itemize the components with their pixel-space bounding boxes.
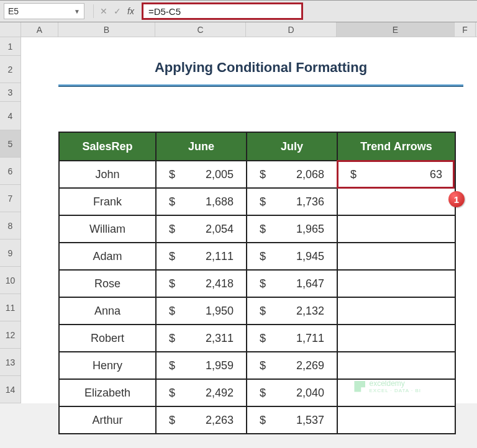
formula-bar-buttons: ✕ ✓ fx — [88, 4, 139, 18]
row-header-1[interactable]: 1 — [0, 37, 21, 56]
cell-salesrep[interactable]: Arthur — [59, 406, 156, 434]
watermark: exceldemy EXCEL · DATA · BI — [354, 379, 421, 393]
cell-value: 2,040 — [296, 387, 324, 400]
column-headers: A B C D E F 2 — [0, 22, 477, 37]
cell-trend[interactable] — [337, 352, 455, 379]
cell-value: 1,688 — [206, 195, 234, 208]
cell-july[interactable]: $1,736 — [247, 188, 337, 215]
row-header-11[interactable]: 11 — [0, 294, 21, 321]
cell-salesrep[interactable]: Frank — [59, 188, 156, 215]
formula-input[interactable]: =D5-C5 — [142, 2, 303, 20]
row-header-6[interactable]: 6 — [0, 158, 21, 185]
cell-value: 2,054 — [206, 223, 234, 236]
cell-salesrep[interactable]: Elizabeth — [59, 379, 156, 406]
watermark-name: exceldemy — [369, 379, 404, 388]
cell-trend[interactable] — [337, 270, 455, 297]
col-header-E[interactable]: E — [337, 22, 455, 37]
cell-value: 1,736 — [296, 195, 324, 208]
row-header-4[interactable]: 4 — [0, 102, 21, 130]
cell-june[interactable]: $2,054 — [156, 215, 247, 243]
cell-june[interactable]: $1,959 — [156, 352, 247, 379]
cell-july[interactable]: $1,711 — [247, 325, 337, 352]
cell-july[interactable]: $1,537 — [247, 406, 337, 434]
currency-symbol: $ — [260, 195, 266, 208]
cell-july[interactable]: $2,040 — [247, 379, 337, 406]
name-box-dropdown-icon[interactable]: ▼ — [74, 8, 80, 15]
cell-july[interactable]: $2,269 — [247, 352, 337, 379]
cell-value: 1,959 — [206, 359, 234, 372]
select-all-corner[interactable] — [0, 22, 21, 37]
row-header-5[interactable]: 5 — [0, 130, 21, 158]
row-header-10[interactable]: 10 — [0, 267, 21, 294]
cell-salesrep[interactable]: William — [59, 215, 156, 243]
cell-june[interactable]: $2,005 — [156, 161, 247, 188]
separator — [93, 4, 94, 18]
col-header-C[interactable]: C — [155, 22, 246, 37]
row-header-14[interactable]: 14 — [0, 376, 21, 403]
cell-june[interactable]: $1,950 — [156, 297, 247, 325]
cell-salesrep[interactable]: Henry — [59, 352, 156, 379]
header-july[interactable]: July — [247, 132, 337, 161]
cell-july[interactable]: $2,132 — [247, 297, 337, 325]
col-header-D[interactable]: D — [246, 22, 337, 37]
cell-trend[interactable] — [337, 297, 455, 325]
cell-june[interactable]: $2,263 — [156, 406, 247, 434]
cancel-icon[interactable]: ✕ — [100, 6, 107, 16]
cell-june[interactable]: $2,311 — [156, 325, 247, 352]
row-header-9[interactable]: 9 — [0, 240, 21, 267]
currency-symbol: $ — [260, 359, 266, 372]
cell-trend[interactable]: $63 — [337, 161, 455, 188]
fx-icon[interactable]: fx — [127, 6, 134, 16]
formula-text: =D5-C5 — [148, 6, 181, 17]
cell-july[interactable]: $2,068 — [247, 161, 337, 188]
currency-symbol: $ — [169, 277, 175, 290]
row-header-13[interactable]: 13 — [0, 349, 21, 376]
cell-trend[interactable] — [337, 325, 455, 352]
cell-salesrep[interactable]: Robert — [59, 325, 156, 352]
table-row: Anna$1,950$2,132 — [59, 297, 455, 325]
cell-july[interactable]: $1,647 — [247, 270, 337, 297]
cell-salesrep[interactable]: Rose — [59, 270, 156, 297]
cell-salesrep[interactable]: Anna — [59, 297, 156, 325]
currency-symbol: $ — [169, 414, 175, 427]
col-header-F[interactable]: F — [455, 22, 476, 37]
cell-june[interactable]: $2,111 — [156, 243, 247, 270]
currency-symbol: $ — [260, 277, 266, 290]
cell-june[interactable]: $2,418 — [156, 270, 247, 297]
cell-value: 2,068 — [296, 168, 324, 181]
cell-trend[interactable] — [337, 188, 455, 215]
row-header-8[interactable]: 8 — [0, 212, 21, 240]
annotation-badge-1: 1 — [448, 191, 465, 207]
cell-value: 2,418 — [206, 277, 234, 290]
cell-value: 2,263 — [206, 414, 234, 427]
formula-bar: E5 ▼ ✕ ✓ fx =D5-C5 — [0, 0, 477, 22]
currency-symbol: $ — [169, 250, 175, 263]
cell-trend[interactable] — [337, 406, 455, 434]
currency-symbol: $ — [260, 250, 266, 263]
col-header-A[interactable]: A — [21, 22, 58, 37]
cell-june[interactable]: $1,688 — [156, 188, 247, 215]
cell-salesrep[interactable]: Adam — [59, 243, 156, 270]
cell-june[interactable]: $2,492 — [156, 379, 247, 406]
header-trend[interactable]: Trend Arrows — [337, 132, 455, 161]
currency-symbol: $ — [169, 387, 175, 400]
cell-value: 2,005 — [206, 168, 234, 181]
row-header-12[interactable]: 12 — [0, 321, 21, 349]
row-header-7[interactable]: 7 — [0, 185, 21, 212]
name-box[interactable]: E5 ▼ — [4, 3, 84, 19]
cell-july[interactable]: $1,965 — [247, 215, 337, 243]
cell-july[interactable]: $1,945 — [247, 243, 337, 270]
currency-symbol: $ — [260, 414, 266, 427]
cell-trend[interactable] — [337, 243, 455, 270]
sheet-area[interactable]: Applying Conditional Formatting SalesRep… — [21, 37, 477, 403]
header-salesrep[interactable]: SalesRep — [59, 132, 156, 161]
header-june[interactable]: June — [156, 132, 247, 161]
cell-salesrep[interactable]: John — [59, 161, 156, 188]
table-row: Frank$1,688$1,736 — [59, 188, 455, 215]
row-header-2[interactable]: 2 — [0, 56, 21, 83]
cell-trend[interactable] — [337, 215, 455, 243]
row-header-3[interactable]: 3 — [0, 83, 21, 102]
col-header-B[interactable]: B — [58, 22, 155, 37]
enter-icon[interactable]: ✓ — [114, 6, 121, 16]
title-underline — [58, 84, 463, 87]
